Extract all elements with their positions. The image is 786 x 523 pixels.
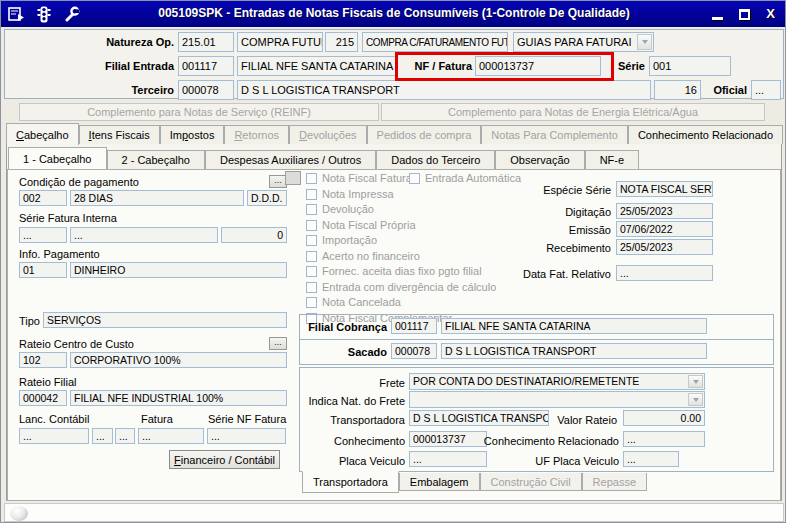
guia-dropdown[interactable]: GUIAS PARA FATURAI [513,32,654,52]
serie-field[interactable]: 001 [649,56,731,76]
ddd-field[interactable]: D.D.D. [247,190,287,206]
serie-fatura-desc-field[interactable]: ... [70,227,218,243]
rateio-filial-code-field[interactable]: 000042 [19,390,67,406]
checkbox[interactable] [306,204,317,215]
conhecimento-relacionado-field[interactable]: ... [623,431,705,447]
serie-fatura-code-field[interactable]: ... [19,227,67,243]
checkbox[interactable] [306,251,317,262]
checkbox-label: Fornec. aceita dias fixo pgto filial [306,265,482,277]
tab-embalagem[interactable]: Embalagem [399,473,480,491]
tab-impostos[interactable]: Impostos [160,125,225,144]
rateio-filial-desc-field[interactable]: FILIAL NFE INDUSTRIAL 100% [70,390,287,406]
recebimento-field[interactable]: 25/05/2023 [616,239,713,255]
checkbox-label: Nota Cancelada [306,296,401,308]
filial-cobranca-code-field[interactable]: 001117 [391,318,437,334]
checkbox[interactable] [306,297,317,308]
rateio-cc-label: Rateio Centro de Custo [19,338,134,350]
traffic-light-icon[interactable] [35,5,53,23]
rateio-cc-desc-field[interactable]: CORPORATIVO 100% [70,352,287,368]
lanc-contabil-field-2[interactable]: ... [92,428,113,444]
lanc-contabil-field-1[interactable]: ... [19,428,89,444]
financeiro-contabil-button[interactable]: Financeiro / Contábil [169,450,280,469]
chevron-down-icon[interactable] [688,375,703,388]
tab-itens-fiscais[interactable]: Itens Fiscais [79,125,160,144]
rateio-cc-code-field[interactable]: 102 [19,352,67,368]
tipo-field[interactable]: SERVIÇOS [43,312,287,328]
condicao-pagamento-desc-field[interactable]: 28 DIAS [70,190,244,206]
tab-complemento-servico[interactable]: Complemento para Notas de Serviço (REINF… [19,103,379,121]
checkbox[interactable] [306,220,317,231]
tab-transportadora[interactable]: Transportadora [302,471,399,493]
natureza-op-code-field[interactable]: 215.01 [178,32,234,52]
condicao-pagamento-code-field[interactable]: 002 [19,190,67,206]
form-menu-icon[interactable] [7,5,25,23]
checkbox[interactable] [306,173,317,184]
checkbox[interactable] [409,173,420,184]
fatura-field[interactable]: ... [138,428,204,444]
filial-entrada-code-field[interactable]: 001117 [178,56,234,76]
gray-indicator-box [285,171,301,185]
checkbox-row: Importação [306,234,377,248]
tab-cabecalho[interactable]: Cabeçalho [6,123,79,145]
tab-1-cabecalho[interactable]: 1 - Cabeçalho [8,147,107,169]
tab-dados-do-terceiro[interactable]: Dados do Terceiro [376,150,495,169]
status-sphere-icon [10,506,28,521]
valor-rateio-field[interactable]: 0.00 [623,410,705,426]
tab-nfe[interactable]: NF-e [585,150,639,169]
oficial-label: Oficial [689,84,747,96]
close-button[interactable]: X [766,6,775,22]
wrench-icon[interactable] [63,5,81,23]
serie-fatura-num-field[interactable]: 0 [221,227,287,243]
nf-fatura-field[interactable]: 000013737 [475,56,601,76]
tab-complemento-energia[interactable]: Complemento para Notas de Energia Elétri… [381,103,765,121]
natureza-op-desc-field[interactable]: COMPRA FUTURA [237,32,323,52]
sacado-desc-field[interactable]: D S L LOGISTICA TRANSPORT [441,343,707,359]
indica-nat-frete-dropdown[interactable] [409,391,705,408]
serie-nf-fatura-field[interactable]: ... [207,428,286,444]
frete-label: Frete [301,377,405,389]
cfop-desc-field[interactable]: COMPRA C/FATURAMENTO FUTURO [362,32,508,52]
cfop-code-field[interactable]: 215 [325,32,358,52]
tab-observacao[interactable]: Observação [495,150,584,169]
digitacao-field[interactable]: 25/05/2023 [616,203,713,219]
sacado-code-field[interactable]: 000078 [391,343,437,359]
info-pagamento-desc-field[interactable]: DINHEIRO [70,262,287,278]
transportadora-field[interactable]: D S L LOGISTICA TRANSPORT [409,410,549,426]
data-fat-relativo-field[interactable]: ... [616,265,713,281]
checkbox[interactable] [306,189,317,200]
oficial-field[interactable]: ... [751,80,781,100]
uf-placa-veiculo-field[interactable]: ... [623,451,679,467]
emissao-field[interactable]: 07/06/2022 [616,221,713,237]
indica-nat-frete-label: Indica Nat. do Frete [301,395,405,407]
minimize-button[interactable] [712,17,723,20]
filial-entrada-desc-field[interactable]: FILIAL NFE SANTA CATARINA [237,56,396,76]
especie-serie-field[interactable]: NOTA FISCAL SERV [616,181,713,197]
checkbox[interactable] [306,282,317,293]
checkbox[interactable] [306,235,317,246]
filial-cobranca-desc-field[interactable]: FILIAL NFE SANTA CATARINA [441,318,707,334]
serie-fatura-interna-label: Série Fatura Interna [19,212,117,224]
tab-despesas-auxiliares[interactable]: Despesas Auxiliares / Outros [205,150,376,169]
checkbox-row: Devolução [306,203,374,217]
tab-conhecimento-relacionado[interactable]: Conhecimento Relacionado [628,125,783,144]
placa-veiculo-field[interactable]: ... [409,451,487,467]
lanc-contabil-field-3[interactable]: ... [115,428,135,444]
checkbox-label: Entrada com divergência de cálculo [306,281,496,293]
conhecimento-field[interactable]: 000013737 [409,431,487,447]
frete-dropdown[interactable]: POR CONTA DO DESTINATARIO/REMETENTE [409,373,705,390]
frete-dropdown-value: POR CONTA DO DESTINATARIO/REMETENTE [413,375,639,387]
maximize-button[interactable] [739,9,750,20]
title-bar: 005109SPK - Entradas de Notas Fiscais de… [1,1,786,27]
checkbox-row: Fornec. aceita dias fixo pgto filial [306,265,482,279]
terceiro-code-field[interactable]: 000078 [178,80,234,100]
info-pagamento-code-field[interactable]: 01 [19,262,67,278]
checkbox-row: Nota Impressa [306,188,394,202]
terceiro-desc-field[interactable]: D S L LOGISTICA TRANSPORT [237,80,651,100]
checkbox-row: Nota Fiscal Própria [306,219,416,233]
tab-2-cabecalho[interactable]: 2 - Cabeçalho [107,150,206,169]
checkbox-row: Nota Fiscal Fatura [306,172,412,186]
rateio-cc-browse-button[interactable]: ... [269,337,287,350]
chevron-down-icon[interactable] [637,34,652,50]
checkbox[interactable] [306,266,317,277]
chevron-down-icon[interactable] [688,393,703,406]
